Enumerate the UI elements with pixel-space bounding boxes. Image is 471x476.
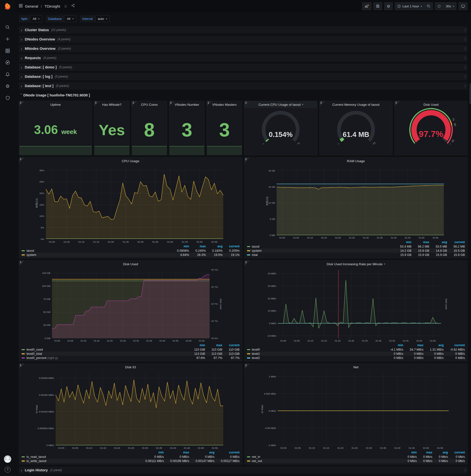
ram-usage-legend[interactable]: minmaxavgcurrenttaosd53.4 MB56.2 MB53.5 …	[245, 240, 468, 258]
legend-header[interactable]: max	[205, 343, 222, 347]
legend-row[interactable]: taosd53.4 MB56.2 MB53.5 MB56.2 MB	[247, 244, 465, 249]
panel-disk-rate-chart[interactable]: i Disk Used Increasing Rate per Minute▾ …	[244, 260, 468, 361]
series-color-swatch[interactable]	[22, 460, 25, 461]
series-color-swatch[interactable]	[22, 250, 25, 251]
legend-row[interactable]: level0_used110 GiB110 GiB110 GiB	[22, 347, 240, 352]
legend-row[interactable]: taosd0.0808%0.245%0.183%0.205%	[22, 249, 240, 253]
configuration-gear-icon[interactable]: ⚙	[3, 82, 13, 90]
row-collapsed-5[interactable]: ›Database: [ log ](5 panels)⣿	[19, 73, 468, 80]
save-dashboard-button[interactable]	[373, 2, 382, 10]
alerting-bell-icon[interactable]	[3, 70, 13, 79]
row-drag-handle[interactable]: ⣿	[464, 75, 466, 78]
legend-header[interactable]: max	[403, 343, 423, 347]
series-color-swatch[interactable]	[22, 456, 25, 457]
panel-cpu-cores[interactable]: i CPU Cores 8	[132, 101, 167, 155]
share-icon[interactable]	[71, 4, 75, 9]
create-plus-icon[interactable]	[3, 35, 13, 43]
panel-uptime[interactable]: i Uptime 3.06 week	[19, 101, 92, 155]
variable-value-dropdown[interactable]: auto ▾	[95, 15, 110, 22]
panel-vnodes-number[interactable]: i VNodes Number 3	[169, 101, 205, 155]
row-dnode-usage[interactable]: › DNode Usage [ huolinhe-TM1701:6030 ]	[19, 91, 468, 99]
panel-has-mnode[interactable]: i Has MNode? Yes	[94, 101, 130, 155]
search-icon[interactable]	[3, 23, 13, 31]
panel-net-chart[interactable]: i Net 01:0001:0501:1001:1501:2001:2501:3…	[244, 363, 468, 464]
panel-info-icon[interactable]: i	[245, 261, 250, 266]
help-icon[interactable]: ?	[5, 467, 11, 473]
disk-io-legend[interactable]: minmaxavgcurrentio_read_taosd0 MB/s0 MB/…	[19, 450, 242, 464]
row-collapsed-4[interactable]: ›Database: [ demo ](5 panels)⣿	[19, 64, 468, 71]
row-collapsed-0[interactable]: ›Cluster Status(21 panels)⣿	[19, 26, 468, 34]
row-collapsed-6[interactable]: ›Database: [ test ](5 panels)⣿	[19, 82, 468, 89]
panel-title-menu[interactable]: Disk Used Increasing Rate per Minute▾	[245, 261, 468, 268]
series-color-swatch[interactable]	[247, 349, 250, 350]
legend-header[interactable]: avg	[423, 343, 443, 347]
legend-header[interactable]: max	[189, 244, 206, 249]
panel-gauge-cpu-usage[interactable]: i Current CPU Usage of taosd▾ 01000.154%	[244, 101, 317, 155]
legend-header[interactable]: avg	[432, 450, 448, 455]
series-color-swatch[interactable]	[247, 456, 250, 457]
legend-row[interactable]: total15.9 GB15.9 GB15.9 GB15.9 GB	[247, 253, 465, 257]
legend-header[interactable]: current	[447, 240, 465, 244]
series-color-swatch[interactable]	[247, 460, 250, 461]
legend-row[interactable]: level10 MB/s0 MB/s0 MB/s0 MB/s	[247, 352, 465, 356]
panel-info-icon[interactable]: i	[245, 364, 250, 369]
variable-label[interactable]: Interval	[80, 15, 95, 22]
panel-info-icon[interactable]: i	[19, 157, 25, 163]
panel-gauge-disk-used[interactable]: i Disk Used 075809510097.7%	[394, 101, 468, 155]
panel-info-icon[interactable]: i	[132, 101, 137, 106]
legend-row[interactable]: level0_total113 GiB113 GiB113 GiB	[22, 352, 240, 356]
row-drag-handle[interactable]: ⣿	[464, 84, 466, 88]
row-login-history[interactable]: › Login History (1 panel) ⣿	[19, 466, 468, 474]
variable-value-dropdown[interactable]: All ▾	[64, 15, 76, 22]
legend-header[interactable]: current	[448, 450, 465, 455]
panel-info-icon[interactable]: i	[19, 364, 25, 369]
legend-row[interactable]: level0-4.1 MB/s34.7 MB/s1.31 MB/s-0.82 M…	[247, 347, 465, 352]
panel-info-icon[interactable]: i	[320, 101, 325, 106]
panel-disk-io-chart[interactable]: i Disk IO 01:0001:0501:1001:1501:2001:25…	[19, 363, 242, 464]
variable-value-dropdown[interactable]: All ▾	[30, 15, 42, 22]
net-legend[interactable]: minmaxavgcurrentnet_in0 Mb/s0 Mb/s0 Mb/s…	[245, 450, 468, 464]
legend-header[interactable]: min	[401, 450, 417, 455]
legend-header[interactable]: min	[188, 343, 205, 347]
user-avatar[interactable]	[4, 455, 11, 463]
legend-row[interactable]: system8.64%28.3%19.5%19.1%	[22, 253, 240, 257]
legend-header[interactable]: min	[139, 450, 164, 455]
variable-label[interactable]: Database	[46, 15, 64, 22]
row-drag-handle[interactable]: ⣿	[464, 56, 466, 60]
breadcrumb-section[interactable]: General	[25, 4, 38, 8]
row-drag-handle[interactable]: ⣿	[464, 66, 466, 69]
legend-row[interactable]: net_in0 Mb/s0 Mb/s0 Mb/s0 Mb/s	[247, 455, 465, 459]
panel-gauge-memory-usage[interactable]: i Current Memory Usage of taosd 0158561.…	[320, 101, 392, 155]
panel-vnodes-masters[interactable]: i VNodes Masters 3	[206, 101, 242, 155]
legend-header[interactable]: avg	[189, 450, 214, 455]
legend-header[interactable]: max	[411, 240, 429, 244]
row-drag-handle[interactable]: ⣿	[464, 468, 466, 472]
panel-disk-used-chart[interactable]: i Disk Used 01:0001:0501:1001:1501:2001:…	[19, 260, 242, 361]
legend-header[interactable]: current	[222, 244, 239, 249]
panel-title-menu[interactable]: Current CPU Usage of taosd▾	[244, 101, 317, 108]
legend-header[interactable]: current	[222, 343, 239, 347]
series-color-swatch[interactable]	[247, 353, 250, 354]
series-color-swatch[interactable]	[247, 357, 250, 358]
grafana-logo[interactable]	[0, 0, 15, 13]
series-color-swatch[interactable]	[22, 349, 25, 350]
cpu-usage-legend[interactable]: minmaxavgcurrenttaosd0.0808%0.245%0.183%…	[19, 244, 242, 258]
disk-used-legend[interactable]: minmaxcurrentlevel0_used110 GiB110 GiB11…	[19, 343, 242, 361]
server-admin-shield-icon[interactable]	[3, 94, 13, 102]
row-collapsed-3[interactable]: ›Requests(4 panels)⣿	[19, 54, 468, 62]
legend-row[interactable]: level20 MB/s0 MB/s0 MB/s0 MB/s	[247, 356, 465, 360]
legend-header[interactable]: min	[170, 244, 189, 249]
time-range-picker[interactable]: Last 1 hour ▾	[395, 2, 425, 10]
legend-header[interactable]: avg	[206, 244, 222, 249]
panel-info-icon[interactable]: i	[244, 101, 250, 106]
row-collapsed-1[interactable]: ›DNodes Overview(4 panels)⣿	[19, 35, 468, 43]
explore-compass-icon[interactable]	[3, 58, 13, 67]
dashboards-icon[interactable]	[3, 47, 13, 55]
panel-info-icon[interactable]: i	[395, 101, 400, 106]
legend-header[interactable]: current	[214, 450, 239, 455]
panel-info-icon[interactable]: i	[94, 101, 100, 106]
series-color-swatch[interactable]	[247, 246, 250, 247]
scrollbar-thumb[interactable]	[470, 84, 471, 104]
series-color-swatch[interactable]	[22, 255, 25, 255]
legend-header[interactable]: max	[417, 450, 433, 455]
